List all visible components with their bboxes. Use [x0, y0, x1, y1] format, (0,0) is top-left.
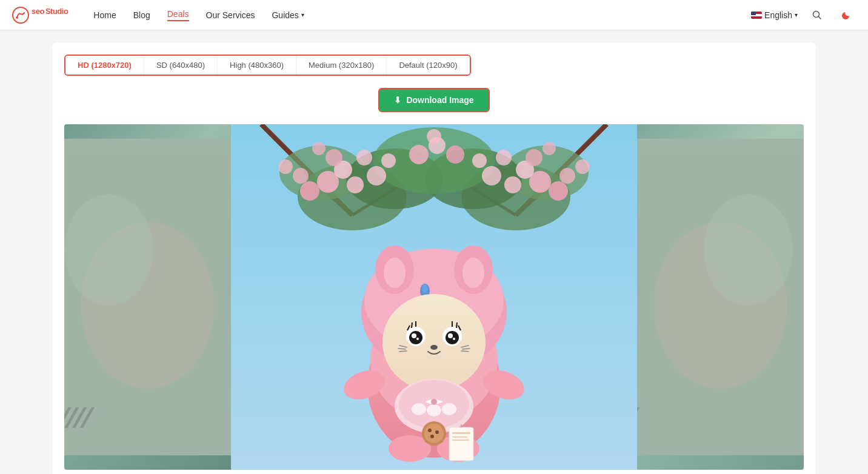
- content-card: HD (1280x720) SD (640x480) High (480x360…: [52, 42, 816, 474]
- image-center: [231, 124, 637, 470]
- moon-icon: [841, 10, 851, 20]
- svg-point-84: [430, 345, 438, 350]
- svg-point-94: [427, 404, 441, 416]
- svg-point-101: [430, 435, 434, 438]
- svg-point-31: [293, 168, 309, 184]
- svg-point-66: [462, 258, 484, 288]
- svg-line-89: [462, 349, 470, 349]
- svg-point-40: [549, 181, 568, 201]
- svg-point-33: [326, 149, 342, 166]
- svg-line-82: [456, 322, 457, 328]
- download-section: ⬇ Download Image: [64, 88, 804, 112]
- svg-point-73: [416, 338, 419, 340]
- brand-name: seoStudio: [32, 7, 69, 22]
- tab-default[interactable]: Default (120x90): [387, 56, 469, 75]
- dark-mode-toggle[interactable]: [836, 5, 856, 25]
- brand-logo[interactable]: seoStudio: [12, 7, 69, 24]
- svg-point-36: [312, 142, 326, 155]
- svg-point-78: [446, 331, 459, 344]
- us-flag-icon: [751, 12, 762, 19]
- svg-point-64: [384, 258, 406, 288]
- nav-blog[interactable]: Blog: [133, 10, 150, 20]
- nav-guides-dropdown[interactable]: Guides ▾: [272, 10, 304, 20]
- svg-point-1: [16, 16, 18, 19]
- svg-point-34: [278, 159, 293, 174]
- tab-medium[interactable]: Medium (320x180): [296, 56, 387, 75]
- tab-hd[interactable]: HD (1280x720): [65, 56, 144, 75]
- svg-point-37: [381, 153, 396, 168]
- seo-studio-logo-icon: [12, 7, 29, 24]
- svg-line-90: [461, 351, 469, 352]
- svg-point-95: [442, 403, 456, 415]
- right-bg-svg: ////: [637, 124, 804, 470]
- svg-point-71: [409, 331, 422, 344]
- download-icon: ⬇: [394, 95, 401, 105]
- svg-point-0: [13, 7, 28, 23]
- svg-point-69: [382, 294, 486, 391]
- svg-point-42: [559, 168, 575, 184]
- svg-point-100: [435, 430, 439, 434]
- tab-sd[interactable]: SD (640x480): [144, 56, 218, 75]
- svg-line-86: [398, 349, 406, 349]
- nav-right: English ▾: [751, 5, 856, 25]
- svg-point-80: [453, 338, 455, 340]
- download-image-button[interactable]: ⬇ Download Image: [378, 88, 489, 112]
- left-bg-svg: ////: [64, 124, 231, 470]
- svg-point-52: [427, 129, 441, 144]
- tab-high[interactable]: High (480x360): [218, 56, 296, 75]
- svg-line-75: [412, 322, 412, 328]
- svg-point-51: [446, 145, 464, 164]
- nav-links: Home Blog Deals Our Services Guides ▾: [93, 9, 751, 21]
- svg-point-45: [575, 159, 590, 174]
- svg-rect-106: [452, 439, 469, 441]
- svg-point-46: [496, 150, 512, 165]
- search-icon: [812, 10, 822, 20]
- plush-scene-svg: [231, 124, 637, 470]
- nav-home[interactable]: Home: [93, 10, 116, 20]
- svg-point-47: [542, 142, 556, 155]
- search-button[interactable]: [807, 5, 827, 25]
- svg-point-72: [412, 333, 416, 338]
- nav-our-services[interactable]: Our Services: [206, 10, 255, 20]
- navbar: seoStudio Home Blog Deals Our Services G…: [0, 0, 868, 30]
- svg-point-99: [428, 429, 432, 432]
- svg-point-49: [409, 145, 429, 164]
- svg-rect-105: [452, 436, 467, 438]
- nav-deals[interactable]: Deals: [167, 9, 189, 21]
- download-label: Download Image: [406, 95, 473, 105]
- image-container: //// ////: [64, 124, 804, 470]
- svg-point-98: [424, 424, 444, 443]
- svg-line-3: [819, 16, 821, 19]
- svg-point-44: [526, 149, 542, 166]
- brand-seo-prefix: seo: [32, 7, 44, 16]
- language-label: English: [764, 10, 792, 20]
- image-left-panel: ////: [64, 124, 231, 470]
- svg-point-68: [422, 284, 428, 293]
- svg-point-48: [472, 153, 487, 168]
- language-selector[interactable]: English ▾: [751, 10, 798, 20]
- svg-point-6: [64, 194, 153, 305]
- main-content: HD (1280x720) SD (640x480) High (480x360…: [0, 30, 868, 474]
- svg-point-79: [448, 333, 453, 338]
- svg-point-43: [482, 166, 501, 185]
- svg-point-35: [356, 150, 372, 165]
- resolution-tabs: HD (1280x720) SD (640x480) High (480x360…: [64, 55, 471, 76]
- svg-line-87: [399, 351, 407, 352]
- nav-guides-label: Guides: [272, 10, 298, 20]
- svg-point-96: [431, 399, 437, 405]
- svg-point-41: [504, 176, 521, 193]
- svg-point-29: [300, 181, 319, 201]
- svg-rect-104: [452, 432, 470, 434]
- image-right-panel: ////: [637, 124, 804, 470]
- svg-point-30: [347, 176, 364, 193]
- chevron-down-icon: ▾: [301, 12, 304, 18]
- svg-point-93: [412, 403, 426, 415]
- lang-chevron-icon: ▾: [795, 12, 798, 18]
- svg-point-10: [704, 194, 793, 305]
- svg-point-32: [367, 166, 386, 185]
